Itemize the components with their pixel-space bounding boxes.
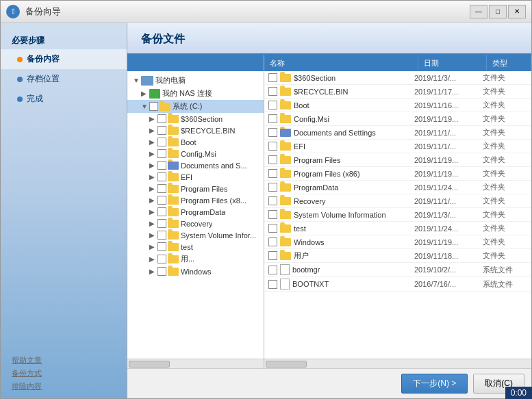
- list-scroll-thumb[interactable]: [266, 361, 307, 368]
- list-item[interactable]: Config.Msi 2019/11/19... 文件夹: [264, 112, 531, 126]
- tree-item-nas[interactable]: ▶ 我的 NAS 连接: [127, 87, 264, 100]
- tree-item-test[interactable]: ▶ test: [127, 241, 264, 253]
- sidebar-item-finish[interactable]: 完成: [1, 89, 127, 109]
- checkbox[interactable]: [157, 138, 166, 146]
- item-type: 文件夹: [483, 168, 527, 179]
- close-button[interactable]: ✕: [508, 5, 526, 18]
- sidebar-link-backup-method[interactable]: 备份方式: [12, 368, 116, 378]
- next-button[interactable]: 下一步(N) >: [401, 374, 468, 394]
- checkbox[interactable]: [157, 161, 166, 170]
- checkbox[interactable]: [268, 280, 277, 289]
- item-date: 2019/11/16...: [414, 101, 483, 110]
- folder-icon: [280, 74, 291, 82]
- tree-item-boot[interactable]: ▶ Boot: [127, 136, 264, 148]
- sidebar-item-storage[interactable]: 存档位置: [1, 69, 127, 89]
- checkbox[interactable]: [268, 251, 277, 260]
- list-item[interactable]: Documents and Settings 2019/11/1/... 文件夹: [264, 126, 531, 140]
- folder-icon: [280, 101, 291, 110]
- checkbox[interactable]: [268, 169, 277, 178]
- expand-icon: ▶: [149, 196, 157, 204]
- checkbox[interactable]: [268, 183, 277, 192]
- checkbox[interactable]: [268, 114, 277, 123]
- list-item[interactable]: Windows 2019/11/19... 文件夹: [264, 235, 531, 249]
- tree-item-mycomputer[interactable]: ▼ 我的电脑: [127, 74, 264, 87]
- tree-item-user[interactable]: ▶ 用...: [127, 253, 264, 266]
- checkbox[interactable]: [268, 73, 277, 82]
- list-item[interactable]: Boot 2019/11/16... 文件夹: [264, 99, 531, 112]
- tree-scroll-thumb[interactable]: [129, 361, 170, 368]
- minimize-button[interactable]: —: [470, 5, 487, 18]
- list-item[interactable]: Program Files (x86) 2019/11/19... 文件夹: [264, 167, 531, 181]
- tree-item-drive-c[interactable]: ▼ 系统 (C:): [127, 100, 264, 113]
- tree-item-systemvol[interactable]: ▶ System Volume Infor...: [127, 229, 264, 241]
- tree-item-windows[interactable]: ▶ Windows: [127, 266, 264, 277]
- expand-icon: ▶: [149, 255, 157, 263]
- window-controls: — □ ✕: [470, 5, 526, 18]
- folder-icon: [168, 208, 179, 216]
- tree-content[interactable]: ▼ 我的电脑 ▶ 我的 NAS 连接 ▼: [127, 71, 264, 359]
- checkbox[interactable]: [157, 267, 166, 276]
- tree-label: 我的电脑: [155, 75, 186, 86]
- tree-item-360section[interactable]: ▶ $360Section: [127, 113, 264, 125]
- checkbox[interactable]: [268, 87, 277, 96]
- checkbox[interactable]: [157, 219, 166, 228]
- checkbox[interactable]: [157, 149, 166, 158]
- list-item[interactable]: Program Files 2019/11/19... 文件夹: [264, 153, 531, 167]
- tree-label: Windows: [181, 268, 212, 276]
- folder-icon: [168, 255, 179, 263]
- list-item[interactable]: EFI 2019/11/1/... 文件夹: [264, 140, 531, 153]
- checkbox[interactable]: [268, 224, 277, 233]
- tree-item-programfiles[interactable]: ▶ Program Files: [127, 183, 264, 194]
- folder-icon: [280, 170, 291, 178]
- checkbox[interactable]: [157, 231, 166, 240]
- sidebar-item-backup-content[interactable]: 备份内容: [1, 49, 127, 69]
- list-item[interactable]: test 2019/11/24... 文件夹: [264, 222, 531, 235]
- list-item[interactable]: $RECYCLE.BIN 2019/11/17... 文件夹: [264, 85, 531, 99]
- item-name: test: [294, 224, 414, 233]
- checkbox[interactable]: [268, 237, 277, 246]
- tree-item-recycle[interactable]: ▶ $RECYCLE.BIN: [127, 125, 264, 136]
- tree-item-documents[interactable]: ▶ Documents and S...: [127, 159, 264, 171]
- item-name: Windows: [294, 238, 414, 246]
- tree-item-programdata[interactable]: ▶ ProgramData: [127, 206, 264, 218]
- checkbox[interactable]: [157, 184, 166, 193]
- checkbox[interactable]: [268, 266, 277, 274]
- checkbox[interactable]: [157, 207, 166, 216]
- checkbox-drive-c[interactable]: [149, 102, 158, 111]
- checkbox[interactable]: [268, 196, 277, 205]
- item-name: Program Files: [294, 156, 414, 164]
- checkbox[interactable]: [157, 255, 166, 263]
- item-name: ProgramData: [294, 183, 414, 192]
- item-date: 2019/11/1/...: [414, 129, 483, 137]
- checkbox[interactable]: [268, 155, 277, 164]
- checkbox[interactable]: [268, 142, 277, 151]
- list-item[interactable]: System Volume Information 2019/11/3/... …: [264, 208, 531, 222]
- tree-horizontal-scrollbar[interactable]: [127, 359, 264, 368]
- list-item[interactable]: $360Section 2019/11/3/... 文件夹: [264, 71, 531, 85]
- sidebar-link-help[interactable]: 帮助文章: [12, 355, 116, 365]
- list-item-recovery[interactable]: Recovery 2019/11/1/... 文件夹: [264, 194, 531, 208]
- item-date: 2019/11/3/...: [414, 211, 483, 219]
- checkbox[interactable]: [157, 126, 166, 135]
- checkbox[interactable]: [157, 172, 166, 181]
- checkbox[interactable]: [268, 210, 277, 219]
- list-item[interactable]: BOOTNXT 2016/7/16/... 系统文件: [264, 277, 531, 292]
- tree-item-programfiles86[interactable]: ▶ Program Files (x8...: [127, 194, 264, 206]
- folder-icon: [280, 224, 291, 233]
- tree-label: Config.Msi: [181, 150, 216, 158]
- checkbox[interactable]: [157, 196, 166, 205]
- sidebar-link-exclude[interactable]: 排除内容: [12, 381, 116, 391]
- list-item[interactable]: bootmgr 2019/10/2/... 系统文件: [264, 263, 531, 277]
- list-item[interactable]: 用户 2019/11/18... 文件夹: [264, 249, 531, 263]
- list-horizontal-scrollbar[interactable]: [264, 359, 531, 368]
- tree-item-efi[interactable]: ▶ EFI: [127, 171, 264, 183]
- checkbox[interactable]: [157, 114, 166, 123]
- tree-item-configmsi[interactable]: ▶ Config.Msi: [127, 148, 264, 159]
- item-type: 文件夹: [483, 237, 527, 247]
- checkbox[interactable]: [268, 128, 277, 137]
- maximize-button[interactable]: □: [489, 5, 507, 18]
- checkbox[interactable]: [268, 101, 277, 110]
- tree-item-recovery[interactable]: ▶ Recovery: [127, 218, 264, 229]
- list-item[interactable]: ProgramData 2019/11/24... 文件夹: [264, 181, 531, 194]
- checkbox[interactable]: [157, 242, 166, 251]
